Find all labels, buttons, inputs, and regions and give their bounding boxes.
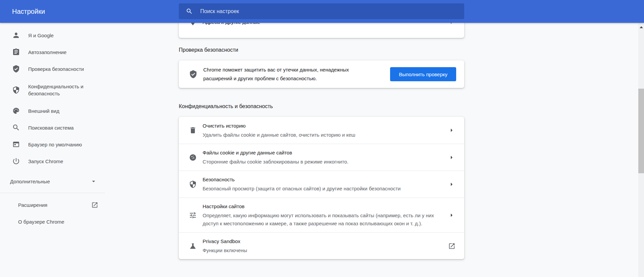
safety-check-card: Chrome поможет защитить вас от утечки да… (179, 60, 464, 88)
row-subtitle: Определяет, какую информацию могут испол… (203, 212, 441, 228)
search-input[interactable] (200, 8, 464, 14)
tune-icon (189, 211, 197, 219)
row-title: Очистить историю (203, 122, 441, 130)
section-title-privacy-security: Конфиденциальность и безопасность (179, 103, 273, 109)
settings-header: Настройки (0, 0, 644, 23)
chevron-right-icon (447, 126, 455, 134)
row-title: Настройки сайтов (203, 202, 441, 211)
row-text: Настройки сайтов Определяет, какую инфор… (203, 202, 447, 228)
sidebar-item-label: Браузер по умолчанию (28, 141, 82, 148)
row-text: Privacy Sandbox Функции включены (203, 237, 448, 255)
sidebar-item-label: Я и Google (28, 32, 54, 39)
row-title: Файлы cookie и другие данные сайтов (203, 149, 441, 157)
open-in-new-icon[interactable] (448, 242, 455, 250)
settings-sidebar: Я и Google Автозаполнение Проверка безоп… (0, 23, 105, 230)
row-subtitle: Безопасный просмотр (защита от опасных с… (203, 185, 441, 193)
sidebar-advanced-toggle[interactable]: Дополнительные (0, 173, 105, 190)
sidebar-item-about-chrome[interactable]: О браузере Chrome (0, 213, 105, 230)
power-icon (12, 157, 20, 165)
search-icon (186, 8, 193, 15)
shield-half-icon (189, 180, 197, 188)
row-privacy-sandbox[interactable]: Privacy Sandbox Функции включены (179, 232, 464, 259)
flask-icon (189, 242, 197, 250)
extensions-label: Расширения (18, 201, 47, 209)
row-text: Безопасность Безопасный просмотр (защита… (203, 176, 447, 193)
trash-icon (189, 126, 197, 134)
sidebar-item-safety-check[interactable]: Проверка безопасности (0, 60, 105, 77)
privacy-security-card: Очистить историю Удалить файлы cookie и … (179, 117, 464, 259)
sidebar-item-label: Конфиденциальность и безопасность (28, 83, 95, 97)
sidebar-item-label: Автозаполнение (28, 49, 66, 56)
sidebar-item-label: Внешний вид (28, 107, 59, 114)
autofill-icon (12, 48, 20, 56)
cookie-icon (189, 153, 197, 161)
shield-check-icon (189, 70, 198, 79)
open-in-new-icon (91, 201, 98, 209)
sidebar-item-on-startup[interactable]: Запуск Chrome (0, 153, 105, 170)
page-title: Настройки (12, 8, 45, 15)
row-site-settings[interactable]: Настройки сайтов Определяет, какую инфор… (179, 197, 464, 232)
row-subtitle: Функции включены (203, 246, 441, 255)
row-security[interactable]: Безопасность Безопасный просмотр (защита… (179, 171, 464, 197)
row-text: Файлы cookie и другие данные сайтов Стор… (203, 149, 447, 166)
sidebar-divider (0, 193, 105, 193)
safety-check-description: Chrome поможет защитить вас от утечки да… (203, 65, 373, 83)
sidebar-item-search-engine[interactable]: Поисковая система (0, 119, 105, 136)
run-safety-check-button[interactable]: Выполнить проверку (390, 67, 456, 81)
scroll-up-button[interactable] (638, 23, 644, 32)
vertical-scrollbar[interactable] (638, 23, 644, 277)
sidebar-item-autofill[interactable]: Автозаполнение (0, 44, 105, 60)
row-subtitle: Удалить файлы cookie и данные сайтов, оч… (203, 131, 441, 139)
chevron-right-icon (447, 180, 455, 188)
row-clear-browsing-data[interactable]: Очистить историю Удалить файлы cookie и … (179, 117, 464, 144)
sidebar-item-label: Запуск Chrome (28, 158, 63, 165)
scroll-up-arrow-icon (640, 26, 643, 28)
advanced-label: Дополнительные (10, 178, 50, 185)
scrollbar-thumb[interactable] (638, 89, 644, 173)
chevron-right-icon (447, 211, 455, 219)
row-subtitle: Сторонние файлы cookie заблокированы в р… (203, 158, 441, 166)
chevron-right-icon (447, 153, 455, 161)
row-title: Privacy Sandbox (203, 237, 441, 245)
sidebar-item-extensions[interactable]: Расширения (0, 196, 105, 213)
sidebar-item-label: Поисковая система (28, 124, 74, 131)
palette-icon (12, 107, 20, 115)
sidebar-item-appearance[interactable]: Внешний вид (0, 102, 105, 119)
browser-icon (12, 140, 20, 148)
search-icon (12, 124, 20, 132)
section-title-safety-check: Проверка безопасности (179, 47, 238, 53)
arrow-drop-down-icon (90, 178, 97, 185)
row-cookies[interactable]: Файлы cookie и другие данные сайтов Стор… (179, 144, 464, 171)
settings-search-box[interactable] (179, 3, 464, 19)
about-label: О браузере Chrome (18, 218, 64, 225)
row-title: Безопасность (203, 176, 441, 184)
shield-check-icon (12, 65, 20, 73)
row-text: Очистить историю Удалить файлы cookie и … (203, 122, 447, 139)
person-icon (12, 31, 20, 39)
shield-half-icon (12, 86, 20, 94)
sidebar-item-default-browser[interactable]: Браузер по умолчанию (0, 136, 105, 153)
sidebar-item-privacy-security[interactable]: Конфиденциальность и безопасность (0, 77, 105, 102)
sidebar-item-label: Проверка безопасности (28, 65, 84, 73)
sidebar-item-you-and-google[interactable]: Я и Google (0, 27, 105, 44)
